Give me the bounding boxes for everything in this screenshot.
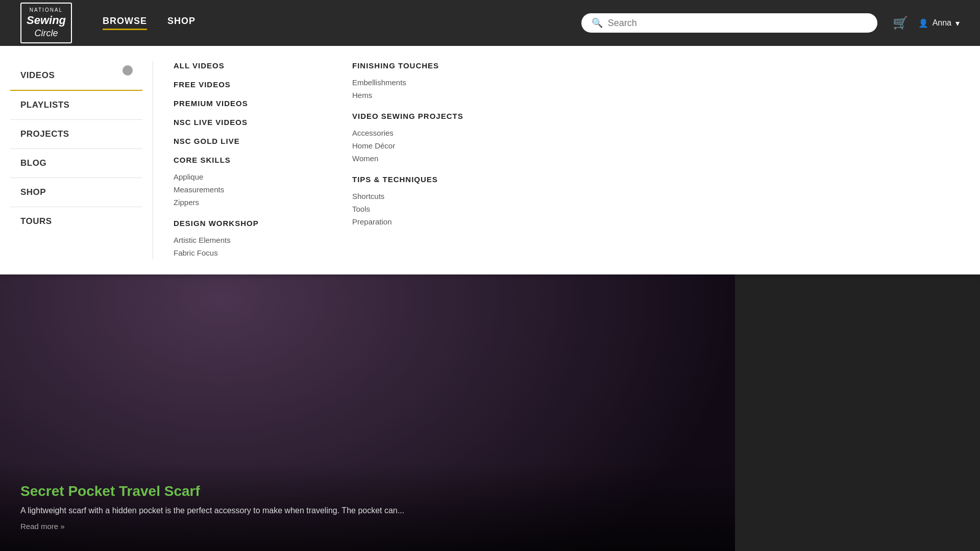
user-icon: 👤 (918, 18, 928, 28)
logo-sub-name: Circle (27, 28, 66, 39)
link-free-videos[interactable]: FREE VIDEOS (174, 80, 311, 89)
main-nav: BROWSE SHOP (103, 16, 195, 30)
link-tools[interactable]: Tools (352, 203, 490, 215)
featured-overlay: Secret Pocket Travel Scarf A lightweight… (0, 463, 735, 551)
user-name: Anna (933, 18, 951, 28)
user-menu[interactable]: 👤 Anna ▾ (918, 18, 960, 28)
dropdown-item-videos[interactable]: VIDEOS (10, 61, 142, 91)
chevron-down-icon: ▾ (955, 18, 960, 28)
link-premium-videos[interactable]: PREMIUM VIDEOS (174, 99, 311, 108)
dropdown-menu: VIDEOS PLAYLISTS PROJECTS BLOG SHOP TOUR… (0, 46, 980, 274)
header: NATIONAL Sewing Circle BROWSE SHOP 🔍 🛒 👤… (0, 0, 980, 46)
logo-national: NATIONAL (27, 7, 66, 13)
featured-description: A lightweight scarf with a hidden pocket… (20, 505, 715, 517)
nav-browse[interactable]: BROWSE (103, 16, 147, 30)
featured-read-more[interactable]: Read more » (20, 522, 715, 531)
search-input[interactable] (608, 18, 867, 29)
cart-icon[interactable]: 🛒 (893, 16, 908, 30)
link-artistic-elements[interactable]: Artistic Elements (174, 234, 311, 246)
section-design-workshop: DESIGN WORKSHOP (174, 219, 311, 228)
link-home-decor[interactable]: Home Décor (352, 139, 490, 152)
link-all-videos[interactable]: ALL VIDEOS (174, 61, 311, 70)
dropdown-center: ALL VIDEOS FREE VIDEOS PREMIUM VIDEOS NS… (153, 61, 332, 259)
dropdown-item-shop[interactable]: SHOP (10, 178, 142, 207)
search-icon: 🔍 (592, 17, 603, 29)
dropdown-item-projects[interactable]: PROJECTS (10, 120, 142, 149)
link-hems[interactable]: Hems (352, 89, 490, 102)
section-tips-techniques: TIPS & TECHNIQUES (352, 175, 490, 184)
search-bar: 🔍 (581, 13, 877, 33)
link-women[interactable]: Women (352, 152, 490, 165)
dropdown-item-blog[interactable]: BLOG (10, 149, 142, 178)
link-fabric-focus[interactable]: Fabric Focus (174, 246, 311, 259)
header-actions: 🛒 👤 Anna ▾ (893, 16, 960, 30)
link-embellishments[interactable]: Embellishments (352, 76, 490, 89)
dropdown-right: FINISHING TOUCHES Embellishments Hems VI… (332, 61, 510, 259)
link-nsc-gold[interactable]: NSC GOLD LIVE (174, 137, 311, 145)
section-core-skills: CORE SKILLS (174, 156, 311, 164)
link-measurements[interactable]: Measurements (174, 183, 311, 196)
dropdown-item-tours[interactable]: TOURS (10, 207, 142, 236)
link-shortcuts[interactable]: Shortcuts (352, 190, 490, 203)
dropdown-left-nav: VIDEOS PLAYLISTS PROJECTS BLOG SHOP TOUR… (0, 61, 153, 259)
dropdown-item-playlists[interactable]: PLAYLISTS (10, 91, 142, 120)
logo-text: NATIONAL Sewing Circle (20, 3, 72, 44)
link-accessories[interactable]: Accessories (352, 127, 490, 139)
link-zippers[interactable]: Zippers (174, 196, 311, 209)
section-video-sewing-projects: VIDEO SEWING PROJECTS (352, 112, 490, 120)
featured-title: Secret Pocket Travel Scarf (20, 483, 715, 499)
logo-main-name: Sewing (27, 13, 66, 28)
link-preparation[interactable]: Preparation (352, 215, 490, 228)
nav-shop[interactable]: SHOP (167, 16, 195, 30)
section-finishing-touches: FINISHING TOUCHES (352, 61, 490, 70)
link-applique[interactable]: Applique (174, 170, 311, 183)
logo[interactable]: NATIONAL Sewing Circle (20, 3, 72, 44)
link-nsc-live[interactable]: NSC LIVE VIDEOS (174, 118, 311, 127)
